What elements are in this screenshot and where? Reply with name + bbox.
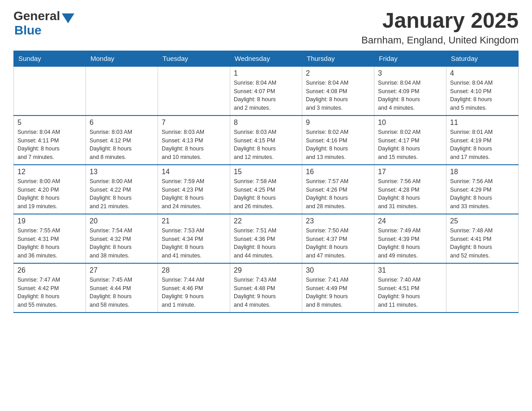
day-number: 13 (90, 168, 154, 176)
day-info: Sunrise: 7:41 AMSunset: 4:49 PMDaylight:… (306, 276, 370, 309)
day-number: 7 (162, 119, 226, 127)
calendar-day-cell: 26Sunrise: 7:47 AMSunset: 4:42 PMDayligh… (14, 263, 86, 313)
day-number: 24 (378, 217, 442, 225)
day-number: 28 (162, 266, 226, 274)
day-number: 25 (450, 217, 515, 225)
calendar-day-cell: 25Sunrise: 7:48 AMSunset: 4:41 PMDayligh… (446, 214, 519, 263)
calendar-title: January 2025 (361, 9, 519, 33)
calendar-day-cell: 22Sunrise: 7:51 AMSunset: 4:36 PMDayligh… (230, 214, 302, 263)
weekday-header-wednesday: Wednesday (230, 51, 302, 66)
calendar-day-cell: 9Sunrise: 8:02 AMSunset: 4:16 PMDaylight… (302, 116, 374, 165)
day-number: 12 (17, 168, 82, 176)
day-number: 27 (90, 266, 154, 274)
day-number: 16 (306, 168, 370, 176)
day-info: Sunrise: 7:47 AMSunset: 4:42 PMDaylight:… (17, 276, 82, 309)
day-number: 1 (234, 69, 298, 77)
calendar-table: SundayMondayTuesdayWednesdayThursdayFrid… (13, 51, 519, 313)
calendar-day-cell: 1Sunrise: 8:04 AMSunset: 4:07 PMDaylight… (230, 66, 302, 116)
title-section: January 2025 Barnham, England, United Ki… (361, 9, 519, 46)
day-info: Sunrise: 7:56 AMSunset: 4:28 PMDaylight:… (378, 177, 442, 211)
calendar-day-cell: 24Sunrise: 7:49 AMSunset: 4:39 PMDayligh… (374, 214, 446, 263)
logo: General Blue (13, 9, 74, 38)
day-info: Sunrise: 7:49 AMSunset: 4:39 PMDaylight:… (378, 227, 442, 260)
calendar-day-cell: 12Sunrise: 8:00 AMSunset: 4:20 PMDayligh… (14, 165, 86, 214)
day-number: 10 (378, 119, 442, 127)
day-info: Sunrise: 7:58 AMSunset: 4:25 PMDaylight:… (234, 177, 298, 211)
calendar-day-cell: 14Sunrise: 7:59 AMSunset: 4:23 PMDayligh… (158, 165, 230, 214)
logo-blue-text: Blue (14, 23, 42, 38)
logo-general-text: General (13, 9, 60, 23)
calendar-empty-cell (446, 263, 519, 313)
calendar-day-cell: 15Sunrise: 7:58 AMSunset: 4:25 PMDayligh… (230, 165, 302, 214)
day-info: Sunrise: 8:04 AMSunset: 4:11 PMDaylight:… (17, 128, 82, 162)
day-info: Sunrise: 7:45 AMSunset: 4:44 PMDaylight:… (90, 276, 154, 309)
day-info: Sunrise: 7:53 AMSunset: 4:34 PMDaylight:… (162, 227, 226, 260)
calendar-day-cell: 6Sunrise: 8:03 AMSunset: 4:12 PMDaylight… (86, 116, 158, 165)
calendar-day-cell: 8Sunrise: 8:03 AMSunset: 4:15 PMDaylight… (230, 116, 302, 165)
calendar-day-cell: 13Sunrise: 8:00 AMSunset: 4:22 PMDayligh… (86, 165, 158, 214)
day-info: Sunrise: 7:51 AMSunset: 4:36 PMDaylight:… (234, 227, 298, 260)
day-info: Sunrise: 7:48 AMSunset: 4:41 PMDaylight:… (450, 227, 515, 260)
day-number: 8 (234, 119, 298, 127)
calendar-day-cell: 19Sunrise: 7:55 AMSunset: 4:31 PMDayligh… (14, 214, 86, 263)
day-number: 14 (162, 168, 226, 176)
day-info: Sunrise: 8:02 AMSunset: 4:17 PMDaylight:… (378, 128, 442, 162)
calendar-day-cell: 20Sunrise: 7:54 AMSunset: 4:32 PMDayligh… (86, 214, 158, 263)
day-number: 22 (234, 217, 298, 225)
day-info: Sunrise: 8:03 AMSunset: 4:13 PMDaylight:… (162, 128, 226, 162)
logo-triangle-icon (62, 13, 74, 23)
calendar-subtitle: Barnham, England, United Kingdom (361, 34, 519, 46)
calendar-week-row: 5Sunrise: 8:04 AMSunset: 4:11 PMDaylight… (14, 116, 519, 165)
day-number: 11 (450, 119, 515, 127)
day-info: Sunrise: 8:04 AMSunset: 4:07 PMDaylight:… (234, 79, 298, 112)
day-info: Sunrise: 8:02 AMSunset: 4:16 PMDaylight:… (306, 128, 370, 162)
day-info: Sunrise: 8:04 AMSunset: 4:10 PMDaylight:… (450, 79, 515, 112)
day-number: 9 (306, 119, 370, 127)
calendar-day-cell: 10Sunrise: 8:02 AMSunset: 4:17 PMDayligh… (374, 116, 446, 165)
day-info: Sunrise: 7:50 AMSunset: 4:37 PMDaylight:… (306, 227, 370, 260)
day-number: 17 (378, 168, 442, 176)
weekday-header-saturday: Saturday (446, 51, 519, 66)
calendar-day-cell: 4Sunrise: 8:04 AMSunset: 4:10 PMDaylight… (446, 66, 519, 116)
day-number: 21 (162, 217, 226, 225)
calendar-day-cell: 28Sunrise: 7:44 AMSunset: 4:46 PMDayligh… (158, 263, 230, 313)
day-number: 15 (234, 168, 298, 176)
weekday-header-friday: Friday (374, 51, 446, 66)
day-number: 30 (306, 266, 370, 274)
calendar-day-cell: 29Sunrise: 7:43 AMSunset: 4:48 PMDayligh… (230, 263, 302, 313)
day-number: 31 (378, 266, 442, 274)
day-info: Sunrise: 8:00 AMSunset: 4:22 PMDaylight:… (90, 177, 154, 211)
day-info: Sunrise: 8:00 AMSunset: 4:20 PMDaylight:… (17, 177, 82, 211)
weekday-header-row: SundayMondayTuesdayWednesdayThursdayFrid… (14, 51, 519, 66)
day-info: Sunrise: 8:03 AMSunset: 4:12 PMDaylight:… (90, 128, 154, 162)
day-info: Sunrise: 7:43 AMSunset: 4:48 PMDaylight:… (234, 276, 298, 309)
calendar-empty-cell (14, 66, 86, 116)
calendar-day-cell: 27Sunrise: 7:45 AMSunset: 4:44 PMDayligh… (86, 263, 158, 313)
weekday-header-monday: Monday (86, 51, 158, 66)
day-number: 5 (17, 119, 82, 127)
calendar-day-cell: 16Sunrise: 7:57 AMSunset: 4:26 PMDayligh… (302, 165, 374, 214)
calendar-week-row: 1Sunrise: 8:04 AMSunset: 4:07 PMDaylight… (14, 66, 519, 116)
calendar-day-cell: 31Sunrise: 7:40 AMSunset: 4:51 PMDayligh… (374, 263, 446, 313)
day-number: 26 (17, 266, 82, 274)
day-info: Sunrise: 7:59 AMSunset: 4:23 PMDaylight:… (162, 177, 226, 211)
day-info: Sunrise: 7:40 AMSunset: 4:51 PMDaylight:… (378, 276, 442, 309)
calendar-day-cell: 5Sunrise: 8:04 AMSunset: 4:11 PMDaylight… (14, 116, 86, 165)
calendar-empty-cell (158, 66, 230, 116)
calendar-day-cell: 18Sunrise: 7:56 AMSunset: 4:29 PMDayligh… (446, 165, 519, 214)
calendar-week-row: 12Sunrise: 8:00 AMSunset: 4:20 PMDayligh… (14, 165, 519, 214)
calendar-day-cell: 17Sunrise: 7:56 AMSunset: 4:28 PMDayligh… (374, 165, 446, 214)
day-info: Sunrise: 8:01 AMSunset: 4:19 PMDaylight:… (450, 128, 515, 162)
page-header: General Blue January 2025 Barnham, Engla… (13, 9, 519, 46)
calendar-week-row: 26Sunrise: 7:47 AMSunset: 4:42 PMDayligh… (14, 263, 519, 313)
day-info: Sunrise: 8:03 AMSunset: 4:15 PMDaylight:… (234, 128, 298, 162)
day-info: Sunrise: 8:04 AMSunset: 4:08 PMDaylight:… (306, 79, 370, 112)
day-number: 4 (450, 69, 515, 77)
day-info: Sunrise: 7:55 AMSunset: 4:31 PMDaylight:… (17, 227, 82, 260)
calendar-empty-cell (86, 66, 158, 116)
day-number: 3 (378, 69, 442, 77)
day-number: 19 (17, 217, 82, 225)
calendar-week-row: 19Sunrise: 7:55 AMSunset: 4:31 PMDayligh… (14, 214, 519, 263)
day-info: Sunrise: 7:44 AMSunset: 4:46 PMDaylight:… (162, 276, 226, 309)
calendar-day-cell: 2Sunrise: 8:04 AMSunset: 4:08 PMDaylight… (302, 66, 374, 116)
